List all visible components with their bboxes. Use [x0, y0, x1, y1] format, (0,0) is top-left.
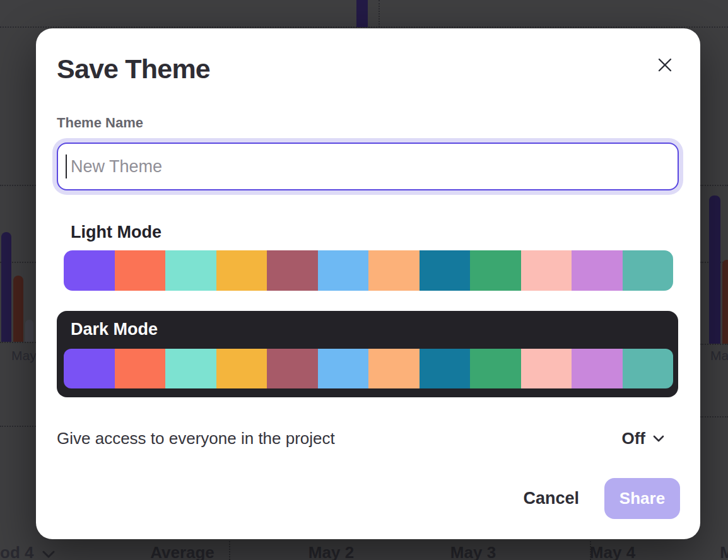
palette-swatch — [115, 349, 166, 388]
palette-swatch — [420, 349, 471, 388]
background-bar — [709, 195, 720, 344]
background-bar — [722, 260, 728, 344]
background-period-selector: od 4 — [0, 543, 55, 560]
background-axis-label: Average — [150, 543, 214, 560]
palette-swatch — [216, 250, 267, 291]
light-mode-palette — [64, 250, 673, 291]
background-axis-label-right: Ma — [710, 348, 728, 363]
access-dropdown[interactable]: Off — [621, 426, 664, 451]
access-label: Give access to everyone in the project — [57, 429, 335, 448]
background-gridline — [229, 538, 230, 560]
palette-swatch — [623, 349, 674, 388]
dark-mode-label: Dark Mode — [71, 320, 158, 339]
close-icon — [658, 58, 672, 72]
palette-swatch — [470, 250, 521, 291]
palette-swatch — [64, 349, 115, 388]
screen: May Ma od 4 AverageMay 2May 3May 4M Save… — [0, 0, 728, 560]
background-gridline — [0, 185, 36, 186]
palette-swatch — [318, 250, 369, 291]
background-bar — [356, 0, 368, 27]
dark-mode-card: Dark Mode — [57, 311, 678, 397]
background-gridline — [0, 426, 36, 427]
background-gridline — [700, 185, 728, 186]
palette-swatch — [368, 349, 420, 388]
palette-swatch — [165, 250, 216, 291]
palette-swatch — [267, 349, 318, 388]
dialog-title: Save Theme — [57, 54, 210, 84]
background-axis-line — [0, 342, 36, 343]
access-value: Off — [621, 429, 645, 448]
background-axis-label-left: May — [11, 348, 37, 363]
background-bar — [13, 276, 23, 342]
dark-mode-palette — [64, 349, 673, 388]
palette-swatch — [572, 250, 623, 291]
light-mode-label: Light Mode — [71, 223, 161, 242]
text-caret — [66, 155, 67, 178]
palette-swatch — [521, 250, 572, 291]
palette-swatch — [267, 250, 318, 291]
save-theme-dialog: Save Theme Theme Name Light Mode Dark Mo… — [36, 28, 700, 539]
background-axis-line — [700, 344, 728, 345]
palette-swatch — [368, 250, 420, 291]
palette-swatch — [165, 349, 216, 388]
close-button[interactable] — [655, 55, 675, 75]
background-axis-label: M — [720, 543, 728, 560]
palette-swatch — [216, 349, 267, 388]
chevron-down-icon — [653, 435, 664, 442]
palette-swatch — [623, 250, 674, 291]
background-axis-label: May 3 — [450, 543, 496, 560]
palette-swatch — [572, 349, 623, 388]
palette-swatch — [318, 349, 369, 388]
background-bar — [1, 232, 11, 342]
palette-swatch — [115, 250, 166, 291]
theme-name-input-wrap — [57, 143, 679, 190]
background-axis-label: May 2 — [308, 543, 354, 560]
cancel-button[interactable]: Cancel — [523, 489, 579, 508]
background-gridline — [379, 0, 380, 27]
dialog-actions: Cancel Share — [523, 478, 680, 519]
palette-swatch — [420, 250, 471, 291]
palette-swatch — [521, 349, 572, 388]
palette-swatch — [470, 349, 521, 388]
share-button[interactable]: Share — [604, 478, 680, 519]
background-axis-label: May 4 — [590, 543, 635, 560]
theme-name-label: Theme Name — [57, 115, 143, 131]
background-period-label: od 4 — [0, 543, 33, 560]
theme-name-input[interactable] — [57, 143, 679, 190]
background-bar — [25, 320, 33, 342]
background-gridline — [700, 416, 728, 417]
chevron-down-icon — [42, 551, 55, 558]
palette-swatch — [64, 250, 115, 291]
